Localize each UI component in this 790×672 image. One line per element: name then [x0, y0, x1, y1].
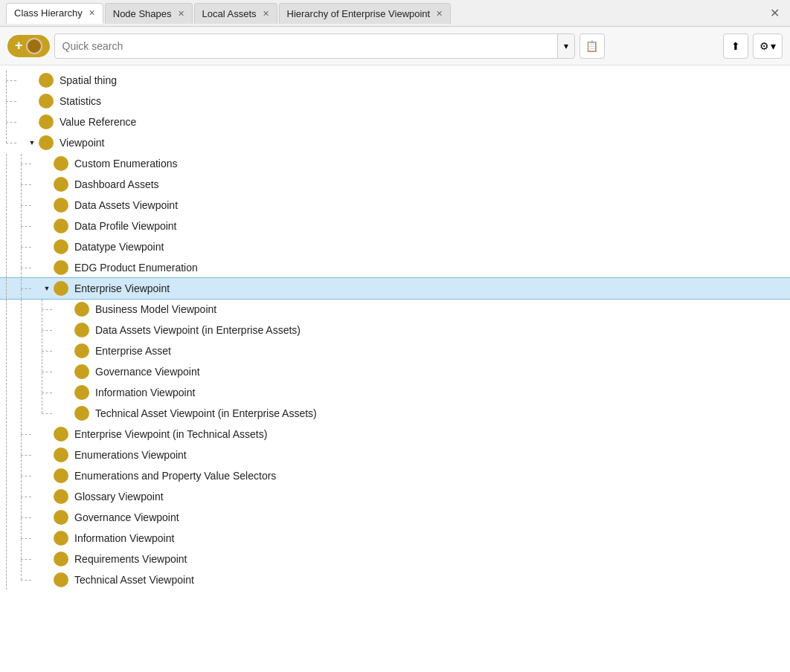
- node-circle-icon: [54, 219, 68, 233]
- add-circle-icon: [26, 38, 42, 54]
- tree-connector-l2: [21, 216, 42, 236]
- tree-connector-l3: [42, 404, 62, 423]
- tree-vline-l1: [6, 529, 21, 548]
- tree-node-enterprise-viewpoint[interactable]: ▼Enterprise Viewpoint: [0, 278, 790, 299]
- tree-node-enumerations-property[interactable]: Enumerations and Property Value Selector…: [0, 465, 790, 486]
- tree-node-data-profile-viewpoint[interactable]: Data Profile Viewpoint: [0, 216, 790, 236]
- node-label-data-assets-viewpoint: Data Assets Viewpoint: [74, 199, 178, 211]
- tree-node-data-assets-viewpoint[interactable]: Data Assets Viewpoint: [0, 195, 790, 216]
- tree-node-data-assets-viewpoint-in-ent[interactable]: Data Assets Viewpoint (in Enterprise Ass…: [0, 320, 790, 340]
- tree-node-value-reference[interactable]: Value Reference: [0, 112, 790, 132]
- search-dropdown-button[interactable]: ▾: [557, 34, 574, 58]
- node-label-enterprise-viewpoint-in-tech: Enterprise Viewpoint (in Technical Asset…: [74, 428, 267, 440]
- node-label-requirements-viewpoint: Requirements Viewpoint: [74, 553, 187, 565]
- node-label-business-model-viewpoint: Business Model Viewpoint: [95, 303, 216, 315]
- tree-connector-l2: [21, 237, 42, 256]
- tab-local-assets[interactable]: Local Assets ✕: [194, 3, 277, 24]
- node-label-statistics: Statistics: [60, 95, 101, 107]
- search-input[interactable]: [55, 40, 557, 52]
- node-circle-icon: [54, 156, 68, 171]
- tree-vline-l1: [6, 175, 21, 194]
- tree-vline-l2-for-l3: [21, 300, 42, 319]
- tree-node-statistics[interactable]: Statistics: [0, 91, 790, 112]
- add-button[interactable]: +: [7, 35, 50, 57]
- tree-vline-l1-for-l3: [6, 320, 21, 340]
- node-circle-icon: [54, 177, 68, 192]
- tree-node-enterprise-asset[interactable]: Enterprise Asset: [0, 340, 790, 361]
- tree-node-edg-product-enumeration[interactable]: EDG Product Enumeration: [0, 257, 790, 278]
- tree-node-information-viewpoint[interactable]: Information Viewpoint: [0, 528, 790, 549]
- tree-vline-l2-for-l3: [21, 362, 42, 381]
- tree-vline-l1: [6, 237, 21, 256]
- gear-dropdown-icon: ▾: [771, 40, 776, 52]
- node-circle-icon: [39, 114, 54, 129]
- tree-node-technical-asset-viewpoint-in-ent[interactable]: Technical Asset Viewpoint (in Enterprise…: [0, 403, 790, 424]
- tree-node-technical-asset-viewpoint[interactable]: Technical Asset Viewpoint: [0, 569, 790, 590]
- node-circle-icon: [74, 302, 89, 317]
- tree-node-viewpoint[interactable]: ▼Viewpoint: [0, 132, 790, 153]
- tree-node-governance-viewpoint[interactable]: Governance Viewpoint: [0, 507, 790, 528]
- settings-button[interactable]: ⚙ ▾: [753, 33, 783, 59]
- node-circle-icon: [54, 489, 68, 504]
- tree-vline-l1: [6, 570, 21, 589]
- node-label-enumerations-viewpoint: Enumerations Viewpoint: [74, 449, 187, 461]
- node-label-information-viewpoint: Information Viewpoint: [74, 532, 174, 544]
- node-circle-icon: [54, 552, 68, 566]
- expand-toggle-viewpoint[interactable]: ▼: [27, 138, 37, 148]
- tree-node-glossary-viewpoint[interactable]: Glossary Viewpoint: [0, 486, 790, 507]
- upload-button[interactable]: ⬆: [723, 33, 748, 59]
- tree-node-business-model-viewpoint[interactable]: Business Model Viewpoint: [0, 299, 790, 320]
- tree-vline-l2-for-l3: [21, 404, 42, 423]
- tree-vline-l1: [6, 154, 21, 173]
- tree-node-custom-enumerations[interactable]: Custom Enumerations: [0, 153, 790, 174]
- tab-class-hierarchy[interactable]: Class Hierarchy ✕: [6, 3, 103, 24]
- tree-connector-l1: [6, 112, 27, 132]
- node-circle-icon: [74, 323, 89, 337]
- tree-vline-l1-for-l3: [6, 341, 21, 361]
- tab-hierarchy-enterprise-close[interactable]: ✕: [436, 9, 443, 19]
- tree-node-spatial-thing[interactable]: Spatial thing: [0, 70, 790, 91]
- tab-class-hierarchy-close[interactable]: ✕: [89, 8, 95, 18]
- tree-vline-l1: [6, 258, 21, 277]
- tree-node-governance-viewpoint-in[interactable]: Governance Viewpoint: [0, 361, 790, 382]
- node-circle-icon: [74, 343, 89, 358]
- tree-connector-l3: [42, 362, 62, 381]
- tab-node-shapes-close[interactable]: ✕: [178, 9, 184, 19]
- node-label-governance-viewpoint-in: Governance Viewpoint: [95, 366, 200, 378]
- tree-connector-l2: [21, 279, 42, 298]
- node-label-technical-asset-viewpoint-in-ent: Technical Asset Viewpoint (in Enterprise…: [95, 407, 317, 419]
- tree-node-datatype-viewpoint[interactable]: Datatype Viewpoint: [0, 236, 790, 257]
- tree-vline-l2-for-l3: [21, 320, 42, 340]
- tree-node-dashboard-assets[interactable]: Dashboard Assets: [0, 174, 790, 195]
- book-icon: 📋: [585, 40, 598, 52]
- node-label-edg-product-enumeration: EDG Product Enumeration: [74, 262, 198, 274]
- tab-bar: Class Hierarchy ✕ Node Shapes ✕ Local As…: [0, 0, 790, 27]
- node-label-enumerations-property: Enumerations and Property Value Selector…: [74, 470, 276, 482]
- node-label-governance-viewpoint: Governance Viewpoint: [74, 511, 179, 523]
- expand-toggle-enterprise-viewpoint[interactable]: ▼: [42, 283, 52, 294]
- tree-vline-l2-for-l3: [21, 383, 42, 402]
- tree-node-requirements-viewpoint[interactable]: Requirements Viewpoint: [0, 549, 790, 569]
- tab-hierarchy-enterprise-label: Hierarchy of Enterprise Viewpoint: [287, 8, 431, 19]
- tab-local-assets-close[interactable]: ✕: [263, 9, 269, 19]
- node-label-viewpoint: Viewpoint: [60, 137, 104, 149]
- node-circle-icon: [74, 385, 89, 400]
- tree-node-enumerations-viewpoint[interactable]: Enumerations Viewpoint: [0, 445, 790, 465]
- node-label-spatial-thing: Spatial thing: [60, 74, 117, 86]
- tab-hierarchy-enterprise[interactable]: Hierarchy of Enterprise Viewpoint ✕: [279, 3, 452, 24]
- node-circle-icon: [39, 94, 54, 109]
- book-button[interactable]: 📋: [579, 33, 605, 59]
- tab-node-shapes[interactable]: Node Shapes ✕: [105, 3, 193, 24]
- tree-connector-l2: [21, 508, 42, 527]
- tree-node-information-viewpoint-in[interactable]: Information Viewpoint: [0, 382, 790, 403]
- tree-connector-l2: [21, 529, 42, 548]
- node-circle-icon: [74, 406, 89, 421]
- tab-class-hierarchy-label: Class Hierarchy: [14, 7, 83, 19]
- tree-node-enterprise-viewpoint-in-tech[interactable]: Enterprise Viewpoint (in Technical Asset…: [0, 424, 790, 445]
- tree-vline-l1: [6, 445, 21, 465]
- window-close-button[interactable]: ✕: [765, 4, 784, 22]
- node-circle-icon: [54, 239, 68, 254]
- toolbar-right: ⬆ ⚙ ▾: [723, 33, 783, 59]
- node-label-information-viewpoint-in: Information Viewpoint: [95, 387, 195, 398]
- tree-connector-l2: [21, 424, 42, 444]
